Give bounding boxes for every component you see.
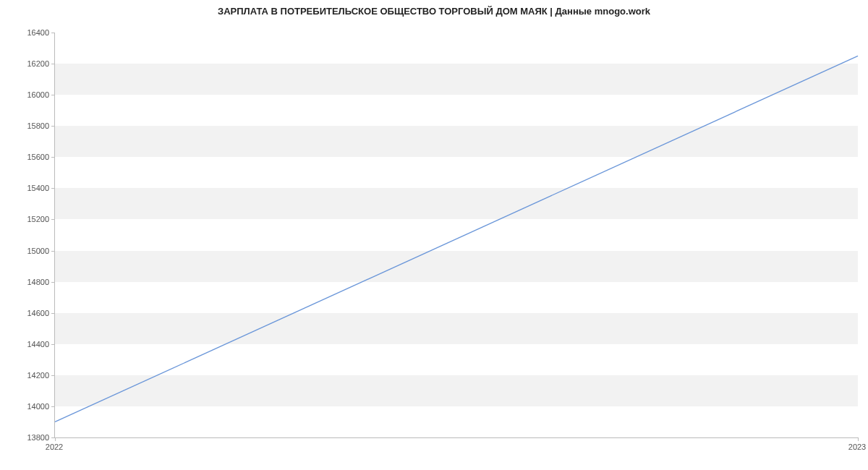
y-axis-label: 16400 bbox=[6, 28, 49, 37]
y-axis-label: 15800 bbox=[6, 121, 49, 130]
plot-area bbox=[54, 33, 858, 438]
x-tick bbox=[858, 437, 859, 441]
y-axis-label: 15400 bbox=[6, 184, 49, 192]
y-axis-label: 13800 bbox=[6, 433, 49, 442]
y-axis-label: 15600 bbox=[6, 153, 49, 161]
x-axis-label: 2023 bbox=[848, 443, 866, 451]
line-svg bbox=[55, 33, 858, 437]
series-line-salary bbox=[55, 56, 858, 422]
y-axis-label: 14400 bbox=[6, 340, 49, 349]
y-axis-label: 15000 bbox=[6, 247, 49, 255]
x-tick bbox=[55, 437, 56, 441]
y-axis-label: 14200 bbox=[6, 371, 49, 380]
y-axis-label: 16200 bbox=[6, 59, 49, 68]
y-axis-label: 16000 bbox=[6, 90, 49, 99]
y-axis-label: 15200 bbox=[6, 215, 49, 223]
y-axis-label: 14000 bbox=[6, 402, 49, 411]
chart-title: ЗАРПЛАТА В ПОТРЕБИТЕЛЬСКОЕ ОБЩЕСТВО ТОРГ… bbox=[0, 6, 868, 17]
y-axis-label: 14800 bbox=[6, 278, 49, 286]
chart-container: ЗАРПЛАТА В ПОТРЕБИТЕЛЬСКОЕ ОБЩЕСТВО ТОРГ… bbox=[0, 0, 868, 470]
x-axis-label: 2022 bbox=[46, 443, 63, 451]
y-axis-label: 14600 bbox=[6, 309, 49, 317]
